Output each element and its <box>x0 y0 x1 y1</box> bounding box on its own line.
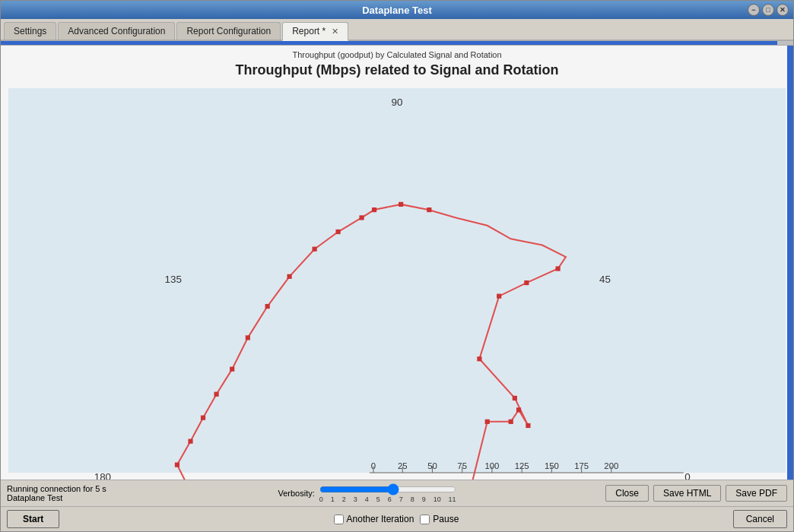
data-point <box>509 420 513 424</box>
tab-report[interactable]: Report * ✕ <box>282 22 348 41</box>
pause-checkbox[interactable] <box>420 515 430 524</box>
bottom-right: Cancel <box>733 510 787 528</box>
tab-advanced-configuration[interactable]: Advanced Configuration <box>58 22 175 40</box>
data-point <box>175 462 179 467</box>
polar-chart-svg: 90 135 45 180 0 0 25 50 75 100 125 150 1… <box>8 81 786 480</box>
chart-area: Throughput (goodput) by Calculated Signa… <box>1 46 793 480</box>
svg-text:180: 180 <box>94 471 111 480</box>
status-line1: Running connection for 5 s <box>7 484 129 493</box>
close-button[interactable]: ✕ <box>777 4 789 16</box>
data-point <box>359 215 364 220</box>
data-point <box>526 423 530 428</box>
bottom-left: Start <box>7 510 59 528</box>
status-text: Running connection for 5 s Dataplane Tes… <box>7 484 129 502</box>
tab-report-configuration[interactable]: Report Configuration <box>176 22 281 40</box>
another-iteration-checkbox[interactable] <box>334 515 344 524</box>
pause-label: Pause <box>420 514 459 524</box>
data-point <box>246 335 250 340</box>
data-point <box>335 230 340 234</box>
verbosity-label: Verbosity: <box>278 489 314 498</box>
data-point <box>513 396 517 401</box>
save-html-button[interactable]: Save HTML <box>653 485 721 502</box>
bottom-bar: Start Another Iteration Pause Cancel <box>1 506 793 531</box>
maximize-button[interactable]: □ <box>762 4 774 16</box>
pause-text: Pause <box>433 514 459 524</box>
data-point <box>313 247 317 252</box>
tabs-bar: Settings Advanced Configuration Report C… <box>1 19 793 41</box>
status-bar: Running connection for 5 s Dataplane Tes… <box>1 480 793 506</box>
action-buttons: Close Save HTML Save PDF <box>605 485 787 502</box>
chart-subtitle: Throughput (goodput) by Calculated Signa… <box>292 46 501 61</box>
data-point <box>556 266 561 271</box>
svg-rect-0 <box>8 88 786 473</box>
svg-text:0: 0 <box>684 471 690 480</box>
cancel-button[interactable]: Cancel <box>733 510 787 528</box>
verbosity-area: Verbosity: 0 1 2 3 4 5 6 7 8 9 10 11 <box>136 483 598 503</box>
data-point <box>287 274 291 279</box>
close-button[interactable]: Close <box>605 485 649 502</box>
progress-fill <box>1 41 777 45</box>
data-point <box>524 280 529 285</box>
chart-container: 90 135 45 180 0 0 25 50 75 100 125 150 1… <box>1 81 793 480</box>
save-pdf-button[interactable]: Save PDF <box>726 485 787 502</box>
status-line2: Dataplane Test <box>7 493 129 502</box>
another-iteration-text: Another Iteration <box>347 514 414 524</box>
minimize-button[interactable]: − <box>748 4 760 16</box>
data-point <box>516 407 521 412</box>
data-point <box>214 392 218 397</box>
another-iteration-label: Another Iteration <box>334 514 414 524</box>
verbosity-ticks: 0 1 2 3 4 5 6 7 8 9 10 11 <box>319 496 456 503</box>
verbosity-slider[interactable] <box>319 483 456 496</box>
data-point <box>485 420 490 424</box>
data-point <box>372 207 376 212</box>
main-window: Dataplane Test − □ ✕ Settings Advanced C… <box>0 0 794 532</box>
start-button[interactable]: Start <box>7 510 59 528</box>
title-bar-controls: − □ ✕ <box>748 4 789 16</box>
data-point <box>201 416 205 420</box>
svg-text:90: 90 <box>392 97 403 108</box>
main-content: Throughput (goodput) by Calculated Signa… <box>1 46 793 480</box>
data-point <box>399 202 403 207</box>
svg-text:45: 45 <box>599 274 611 285</box>
data-point <box>230 367 234 372</box>
svg-text:135: 135 <box>165 274 182 285</box>
data-point <box>477 356 481 361</box>
data-point <box>188 439 192 444</box>
data-point <box>427 207 431 212</box>
data-point <box>497 294 501 299</box>
data-point <box>265 304 270 309</box>
tab-close-icon[interactable]: ✕ <box>332 27 338 36</box>
chart-title: Throughput (Mbps) related to Signal and … <box>236 61 559 81</box>
bottom-center: Another Iteration Pause <box>71 514 720 524</box>
title-bar: Dataplane Test − □ ✕ <box>1 1 793 19</box>
verbosity-slider-container: 0 1 2 3 4 5 6 7 8 9 10 11 <box>319 483 456 503</box>
window-title: Dataplane Test <box>362 5 432 16</box>
tab-settings[interactable]: Settings <box>4 22 56 40</box>
